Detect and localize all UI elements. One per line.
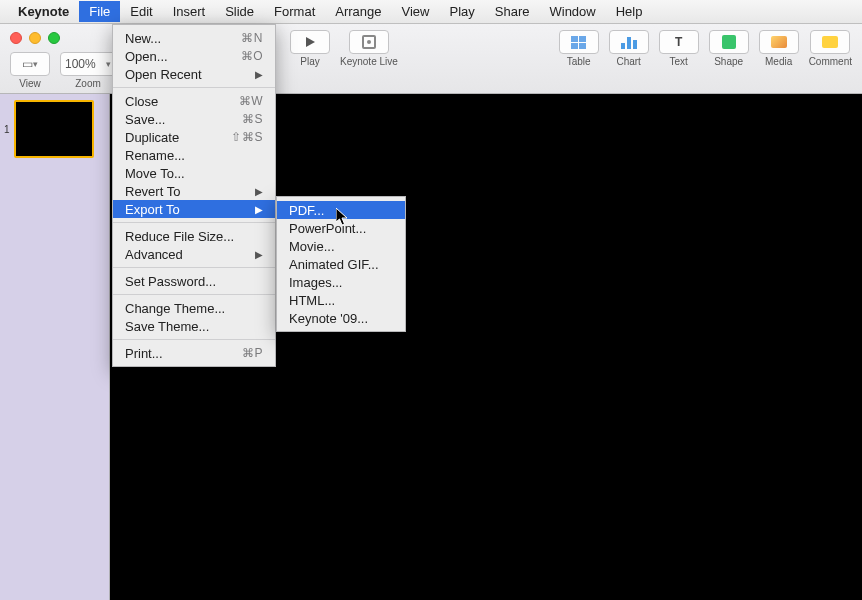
- text-button[interactable]: T Text: [659, 30, 699, 67]
- chevron-right-icon: ▶: [255, 69, 263, 80]
- slide-navigator[interactable]: 1: [0, 94, 110, 600]
- menu-separator: [113, 222, 275, 223]
- menubar: Keynote FileEditInsertSlideFormatArrange…: [0, 0, 862, 24]
- file-menu-move-to[interactable]: Move To...: [113, 164, 275, 182]
- menu-shortcut: ⌘O: [241, 49, 263, 63]
- keynote-live-label: Keynote Live: [340, 56, 398, 67]
- media-icon: [771, 36, 787, 48]
- menu-separator: [113, 87, 275, 88]
- menu-item-label: Reduce File Size...: [125, 229, 234, 244]
- menu-item-label: Animated GIF...: [289, 257, 379, 272]
- play-button[interactable]: Play: [290, 30, 330, 67]
- export-animated-gif[interactable]: Animated GIF...: [277, 255, 405, 273]
- shape-button[interactable]: Shape: [709, 30, 749, 67]
- menu-share[interactable]: Share: [485, 1, 540, 22]
- export-to-submenu: PDF...PowerPoint...Movie...Animated GIF.…: [276, 196, 406, 332]
- file-menu-new[interactable]: New...⌘N: [113, 29, 275, 47]
- app-name[interactable]: Keynote: [18, 4, 69, 19]
- menu-item-label: Advanced: [125, 247, 183, 262]
- file-menu-save-theme[interactable]: Save Theme...: [113, 317, 275, 335]
- menu-item-label: Move To...: [125, 166, 185, 181]
- file-menu-reduce-file-size[interactable]: Reduce File Size...: [113, 227, 275, 245]
- chevron-right-icon: ▶: [255, 249, 263, 260]
- menu-play[interactable]: Play: [439, 1, 484, 22]
- menu-separator: [113, 294, 275, 295]
- zoom-button[interactable]: 100%▾ Zoom: [60, 52, 116, 89]
- menu-shortcut: ⌘W: [239, 94, 263, 108]
- file-menu-close[interactable]: Close⌘W: [113, 92, 275, 110]
- export-images[interactable]: Images...: [277, 273, 405, 291]
- chart-icon: [621, 35, 637, 49]
- comment-button[interactable]: Comment: [809, 30, 852, 67]
- close-window-button[interactable]: [10, 32, 22, 44]
- menu-slide[interactable]: Slide: [215, 1, 264, 22]
- menu-item-label: Export To: [125, 202, 180, 217]
- menu-item-label: Rename...: [125, 148, 185, 163]
- export-html[interactable]: HTML...: [277, 291, 405, 309]
- play-icon: [306, 37, 315, 47]
- keynote-live-button[interactable]: Keynote Live: [340, 30, 398, 67]
- view-label: View: [19, 78, 41, 89]
- file-menu: New...⌘NOpen...⌘OOpen Recent▶Close⌘WSave…: [112, 24, 276, 367]
- shape-icon: [722, 35, 736, 49]
- menu-insert[interactable]: Insert: [163, 1, 216, 22]
- file-menu-set-password[interactable]: Set Password...: [113, 272, 275, 290]
- menu-item-label: Save...: [125, 112, 165, 127]
- shape-label: Shape: [714, 56, 743, 67]
- menu-file[interactable]: File: [79, 1, 120, 22]
- chevron-right-icon: ▶: [255, 186, 263, 197]
- menu-shortcut: ⌘S: [242, 112, 263, 126]
- file-menu-export-to[interactable]: Export To▶: [113, 200, 275, 218]
- menu-help[interactable]: Help: [606, 1, 653, 22]
- text-icon: T: [675, 35, 682, 49]
- chevron-right-icon: ▶: [255, 204, 263, 215]
- file-menu-revert-to[interactable]: Revert To▶: [113, 182, 275, 200]
- zoom-window-button[interactable]: [48, 32, 60, 44]
- menu-item-label: HTML...: [289, 293, 335, 308]
- zoom-value: 100%: [65, 57, 96, 71]
- export-powerpoint[interactable]: PowerPoint...: [277, 219, 405, 237]
- menu-format[interactable]: Format: [264, 1, 325, 22]
- view-button[interactable]: ▭ ▾ View: [10, 52, 50, 89]
- menu-edit[interactable]: Edit: [120, 1, 162, 22]
- file-menu-open-recent[interactable]: Open Recent▶: [113, 65, 275, 83]
- menu-window[interactable]: Window: [539, 1, 605, 22]
- file-menu-print[interactable]: Print...⌘P: [113, 344, 275, 362]
- keynote-live-icon: [362, 35, 376, 49]
- table-icon: [571, 36, 586, 49]
- comment-icon: [822, 36, 838, 48]
- table-button[interactable]: Table: [559, 30, 599, 67]
- menu-item-label: Movie...: [289, 239, 335, 254]
- slide-number: 1: [4, 124, 10, 135]
- menu-shortcut: ⌘N: [241, 31, 263, 45]
- menu-item-label: Set Password...: [125, 274, 216, 289]
- menu-separator: [113, 267, 275, 268]
- slide-thumbnail-item[interactable]: 1: [4, 100, 105, 158]
- file-menu-open[interactable]: Open...⌘O: [113, 47, 275, 65]
- menu-item-label: New...: [125, 31, 161, 46]
- chevron-down-icon: ▾: [106, 59, 111, 69]
- menu-item-label: PowerPoint...: [289, 221, 366, 236]
- export-keynote-09[interactable]: Keynote '09...: [277, 309, 405, 327]
- minimize-window-button[interactable]: [29, 32, 41, 44]
- file-menu-duplicate[interactable]: Duplicate⇧⌘S: [113, 128, 275, 146]
- file-menu-change-theme[interactable]: Change Theme...: [113, 299, 275, 317]
- export-movie[interactable]: Movie...: [277, 237, 405, 255]
- menu-shortcut: ⌘P: [242, 346, 263, 360]
- chart-label: Chart: [616, 56, 640, 67]
- menu-item-label: Revert To: [125, 184, 180, 199]
- slide-thumbnail[interactable]: [14, 100, 94, 158]
- chart-button[interactable]: Chart: [609, 30, 649, 67]
- media-button[interactable]: Media: [759, 30, 799, 67]
- menu-view[interactable]: View: [392, 1, 440, 22]
- comment-label: Comment: [809, 56, 852, 67]
- menu-arrange[interactable]: Arrange: [325, 1, 391, 22]
- chevron-down-icon: ▾: [33, 59, 38, 69]
- menu-item-label: Open Recent: [125, 67, 202, 82]
- export-pdf[interactable]: PDF...: [277, 201, 405, 219]
- file-menu-advanced[interactable]: Advanced▶: [113, 245, 275, 263]
- file-menu-save[interactable]: Save...⌘S: [113, 110, 275, 128]
- text-label: Text: [669, 56, 687, 67]
- file-menu-rename[interactable]: Rename...: [113, 146, 275, 164]
- menu-item-label: Close: [125, 94, 158, 109]
